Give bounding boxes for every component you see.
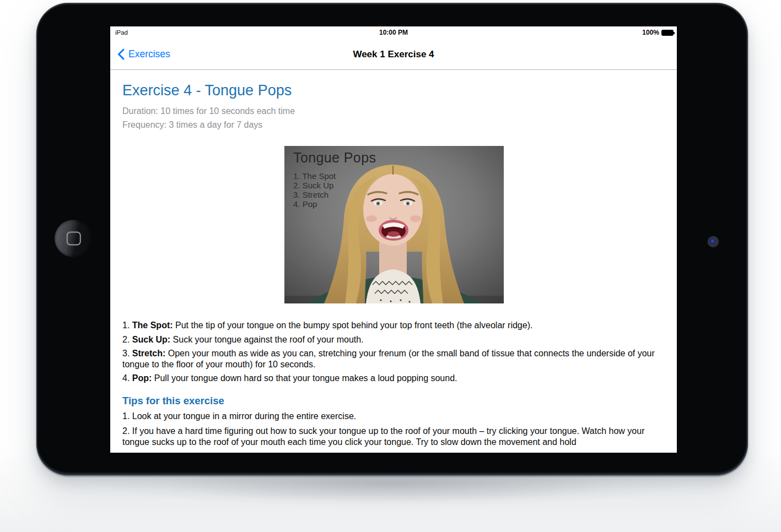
home-button-square-icon xyxy=(67,232,81,246)
instruction-number: 3. xyxy=(122,349,130,358)
exercise-duration: Duration: 10 times for 10 seconds each t… xyxy=(122,104,666,118)
instruction-text: Put the tip of your tongue on the bumpy … xyxy=(175,321,532,330)
instruction-label: Suck Up: xyxy=(132,335,170,344)
instruction-number: 2. xyxy=(122,335,130,344)
tip-item: 2. If you have a hard time figuring out … xyxy=(122,426,666,448)
video-overlay-step: 1. The Spot xyxy=(293,171,336,181)
ipad-frame: iPad 10:00 PM 100% Exercises Week 1 Exer… xyxy=(36,3,748,475)
chevron-left-icon xyxy=(117,48,125,60)
content-area: Exercise 4 - Tongue Pops Duration: 10 ti… xyxy=(110,82,677,448)
video-overlay-step: 2. Suck Up xyxy=(293,181,336,190)
back-button[interactable]: Exercises xyxy=(117,39,170,69)
instruction-item: 2. Suck Up: Suck your tongue against the… xyxy=(122,334,666,345)
page-background: iPad 10:00 PM 100% Exercises Week 1 Exer… xyxy=(0,0,781,532)
instruction-list: 1. The Spot: Put the tip of your tongue … xyxy=(122,320,666,384)
exercise-video-thumbnail[interactable]: Tongue Pops 1. The Spot 2. Suck Up 3. St… xyxy=(284,146,504,303)
nav-title: Week 1 Exercise 4 xyxy=(110,39,677,70)
tip-item: 1. Look at your tongue in a mirror durin… xyxy=(122,411,666,422)
video-still-portrait xyxy=(284,146,504,303)
instruction-number: 1. xyxy=(122,321,130,330)
instruction-item: 4. Pop: Pull your tongue down hard so th… xyxy=(122,373,666,384)
screen: iPad 10:00 PM 100% Exercises Week 1 Exer… xyxy=(110,26,677,453)
status-carrier-label: iPad xyxy=(115,29,128,36)
instruction-item: 1. The Spot: Put the tip of your tongue … xyxy=(122,320,666,331)
instruction-label: The Spot: xyxy=(132,321,173,330)
exercise-title: Exercise 4 - Tongue Pops xyxy=(122,82,666,99)
video-overlay-steps: 1. The Spot 2. Suck Up 3. Stretch 4. Pop xyxy=(293,171,336,209)
instruction-label: Pop: xyxy=(132,373,152,383)
instruction-text: Open your mouth as wide as you can, stre… xyxy=(122,349,655,369)
video-container: Tongue Pops 1. The Spot 2. Suck Up 3. St… xyxy=(122,146,666,306)
instruction-text: Suck your tongue against the roof of you… xyxy=(173,335,364,344)
video-overlay-step: 4. Pop xyxy=(293,199,336,209)
instruction-label: Stretch: xyxy=(132,349,165,358)
video-overlay-step: 3. Stretch xyxy=(293,190,336,199)
exercise-frequency: Frequency: 3 times a day for 7 days xyxy=(122,118,666,132)
instruction-number: 4. xyxy=(122,373,130,383)
video-overlay-title: Tongue Pops xyxy=(293,150,376,166)
front-camera-icon xyxy=(708,236,719,247)
instruction-text: Pull your tongue down hard so that your … xyxy=(154,373,457,383)
battery-percent-label: 100% xyxy=(642,29,659,36)
nav-bar: Exercises Week 1 Exercise 4 xyxy=(110,39,677,70)
battery-full-icon xyxy=(661,30,674,36)
back-button-label: Exercises xyxy=(128,48,170,60)
home-button[interactable] xyxy=(55,220,92,257)
status-time: 10:00 PM xyxy=(379,29,408,36)
tips-heading: Tips for this exercise xyxy=(122,395,666,407)
instruction-item: 3. Stretch: Open your mouth as wide as y… xyxy=(122,348,666,370)
status-bar: iPad 10:00 PM 100% xyxy=(110,26,677,39)
